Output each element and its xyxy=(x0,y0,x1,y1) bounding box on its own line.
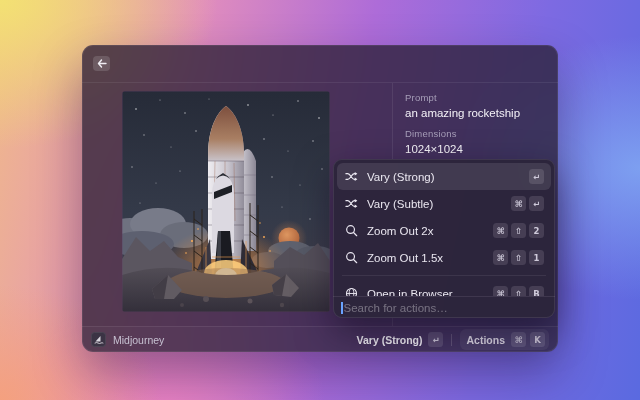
actions-search-bar xyxy=(333,296,555,318)
command-key-badge: ⌘ xyxy=(511,332,526,347)
status-bar: Midjourney Vary (Strong) ↵ Actions ⌘ K xyxy=(82,326,558,352)
key-badge: ⇧ xyxy=(511,223,526,238)
magnifier-icon xyxy=(344,251,358,265)
dimensions-value: 1024×1024 xyxy=(405,143,546,155)
key-badge: ⌘ xyxy=(493,286,508,296)
action-label: Zoom Out 1.5x xyxy=(367,252,484,264)
key-badge: 1 xyxy=(529,250,544,265)
key-badge: ⌘ xyxy=(493,223,508,238)
app-name: Midjourney xyxy=(113,334,164,346)
globe-icon xyxy=(344,287,358,297)
key-badge: ⌘ xyxy=(511,196,526,211)
actions-menu-button[interactable]: Actions ⌘ K xyxy=(460,329,549,350)
action-shortcut: ⌘ ↵ xyxy=(511,196,544,211)
action-item-zoom-out-1-5x[interactable]: Zoom Out 1.5x ⌘ ⇧ 1 xyxy=(337,244,551,271)
prompt-value: an amazing rocketship xyxy=(405,107,546,119)
actions-section-divider xyxy=(342,275,546,276)
back-arrow-icon xyxy=(97,59,107,68)
action-shortcut: ↵ xyxy=(529,169,544,184)
text-cursor xyxy=(341,302,343,314)
key-badge: ⇧ xyxy=(511,286,526,296)
app-chip: Midjourney xyxy=(91,332,164,347)
action-label: Zoom Out 2x xyxy=(367,225,484,237)
prompt-label: Prompt xyxy=(405,92,546,103)
action-label: Open in Browser xyxy=(367,288,484,297)
key-badge: ↵ xyxy=(529,196,544,211)
action-shortcut: ⌘ ⇧ 2 xyxy=(493,223,544,238)
actions-button-label: Actions xyxy=(466,334,505,346)
actions-list: Vary (Strong) ↵ Vary (Subtle) ⌘ ↵ xyxy=(333,159,555,296)
dimensions-label: Dimensions xyxy=(405,128,546,139)
desktop-background: Prompt an amazing rocketship Dimensions … xyxy=(0,0,640,400)
magnifier-icon xyxy=(344,224,358,238)
primary-action-button[interactable]: Vary (Strong) ↵ xyxy=(357,332,444,347)
action-label: Vary (Subtle) xyxy=(367,198,502,210)
key-badge: 2 xyxy=(529,223,544,238)
key-badge: B xyxy=(529,286,544,296)
action-label: Vary (Strong) xyxy=(367,171,520,183)
shuffle-icon xyxy=(344,170,358,184)
action-shortcut: ⌘ ⇧ B xyxy=(493,286,544,296)
key-badge: ↵ xyxy=(529,169,544,184)
k-key-badge: K xyxy=(530,332,545,347)
return-key-badge: ↵ xyxy=(428,332,443,347)
back-button[interactable] xyxy=(93,56,110,71)
primary-action-label: Vary (Strong) xyxy=(357,334,423,346)
actions-search-input[interactable] xyxy=(344,302,548,314)
midjourney-logo-icon xyxy=(91,332,106,347)
window-header xyxy=(82,45,558,83)
action-item-zoom-out-2x[interactable]: Zoom Out 2x ⌘ ⇧ 2 xyxy=(337,217,551,244)
statusbar-separator xyxy=(451,334,452,346)
action-item-open-in-browser[interactable]: Open in Browser ⌘ ⇧ B xyxy=(337,280,551,296)
shuffle-icon xyxy=(344,197,358,211)
key-badge: ⌘ xyxy=(493,250,508,265)
action-item-vary-strong[interactable]: Vary (Strong) ↵ xyxy=(337,163,551,190)
key-badge: ⇧ xyxy=(511,250,526,265)
action-shortcut: ⌘ ⇧ 1 xyxy=(493,250,544,265)
generated-image xyxy=(122,91,330,312)
action-item-vary-subtle[interactable]: Vary (Subtle) ⌘ ↵ xyxy=(337,190,551,217)
actions-popup: Vary (Strong) ↵ Vary (Subtle) ⌘ ↵ xyxy=(333,159,555,318)
